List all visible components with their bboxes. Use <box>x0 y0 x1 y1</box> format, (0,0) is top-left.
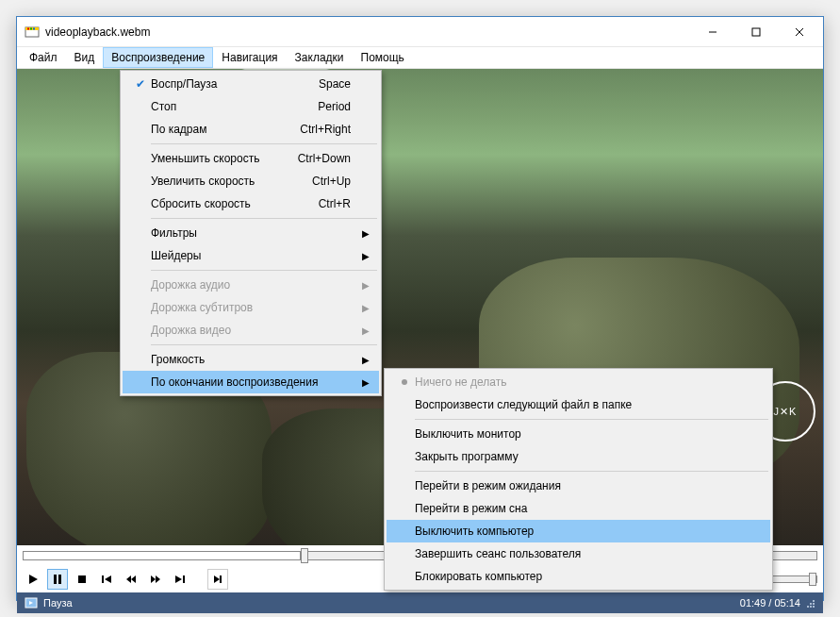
svg-marker-19 <box>175 575 182 583</box>
menu-item-filters[interactable]: Фильтры▶ <box>123 222 379 244</box>
svg-rect-12 <box>78 575 86 583</box>
maximize-button[interactable] <box>734 17 778 46</box>
menu-separator <box>151 270 377 271</box>
menu-item-play-pause[interactable]: ✔Воспр/ПаузаSpace <box>123 73 379 95</box>
playback-dropdown: ✔Воспр/ПаузаSpace СтопPeriod По кадрамCt… <box>120 70 382 396</box>
svg-marker-21 <box>214 575 220 583</box>
frame-step-button[interactable] <box>207 569 228 590</box>
menu-item-monitor-off[interactable]: Выключить монитор <box>387 423 770 445</box>
volume-thumb[interactable] <box>809 573 816 586</box>
check-icon: ✔ <box>130 77 151 91</box>
svg-rect-6 <box>752 28 760 36</box>
menu-bookmarks[interactable]: Закладки <box>287 47 353 68</box>
menu-playback[interactable]: Воспроизведение <box>103 47 213 68</box>
svg-rect-3 <box>30 27 32 29</box>
svg-marker-18 <box>156 575 160 583</box>
seek-thumb[interactable] <box>301 548 308 563</box>
svg-point-28 <box>813 603 815 605</box>
play-button[interactable] <box>23 569 43 590</box>
menu-item-audio-track: Дорожка аудио▶ <box>123 274 379 296</box>
radio-icon <box>394 379 415 385</box>
svg-point-31 <box>813 606 815 608</box>
svg-marker-9 <box>29 575 38 584</box>
minimize-button[interactable] <box>691 17 734 46</box>
pause-button[interactable] <box>47 569 68 590</box>
svg-point-29 <box>807 606 809 608</box>
menu-item-shaders[interactable]: Шейдеры▶ <box>123 244 379 267</box>
chevron-right-icon: ▶ <box>362 280 370 291</box>
menu-view[interactable]: Вид <box>66 47 104 68</box>
menu-item-after-playback[interactable]: По окончании воспроизведения▶ <box>123 371 379 393</box>
status-time: 01:49 / 05:14 <box>740 597 800 609</box>
menu-item-framestep[interactable]: По кадрамCtrl+Right <box>123 118 379 141</box>
menu-item-exit[interactable]: Закрыть программу <box>387 445 770 468</box>
menu-item-volume[interactable]: Громкость▶ <box>123 348 379 371</box>
next-track-button[interactable] <box>170 569 190 590</box>
window-controls <box>691 17 821 46</box>
status-icon <box>25 596 38 609</box>
status-state: Пауза <box>43 597 73 609</box>
menu-item-lock[interactable]: Блокировать компьютер <box>387 565 770 588</box>
menu-bar: Файл Вид Воспроизведение Навигация Закла… <box>17 47 823 69</box>
menu-separator <box>151 143 377 144</box>
window-title: videoplayback.webm <box>45 25 150 39</box>
svg-marker-16 <box>131 575 136 583</box>
svg-rect-11 <box>58 575 61 584</box>
menu-item-play-next[interactable]: Воспроизвести следующий файл в папке <box>387 393 770 416</box>
svg-rect-20 <box>183 575 185 583</box>
chevron-right-icon: ▶ <box>362 377 370 388</box>
menu-item-video-track: Дорожка видео▶ <box>123 319 379 342</box>
chevron-right-icon: ▶ <box>362 228 370 239</box>
menu-item-standby[interactable]: Перейти в режим ожидания <box>387 475 770 497</box>
app-window: videoplayback.webm Файл Вид Воспроизведе… <box>16 16 824 601</box>
menu-separator <box>415 471 768 472</box>
menu-item-speed-reset[interactable]: Сбросить скоростьCtrl+R <box>123 192 379 215</box>
menu-item-shutdown[interactable]: Выключить компьютер <box>387 520 770 542</box>
svg-point-30 <box>810 606 812 608</box>
svg-rect-13 <box>102 575 104 583</box>
after-playback-submenu: Ничего не делать Воспроизвести следующий… <box>384 368 773 591</box>
menu-item-do-nothing[interactable]: Ничего не делать <box>387 371 770 393</box>
app-icon <box>25 25 40 40</box>
menu-item-speed-down[interactable]: Уменьшить скоростьCtrl+Down <box>123 147 379 170</box>
status-bar: Пауза 01:49 / 05:14 <box>17 592 823 613</box>
stop-button[interactable] <box>72 569 92 590</box>
menu-separator <box>151 218 377 219</box>
rewind-button[interactable] <box>121 569 141 590</box>
chevron-right-icon: ▶ <box>362 355 370 365</box>
svg-marker-14 <box>105 575 111 583</box>
svg-rect-2 <box>27 27 29 29</box>
menu-separator <box>151 344 377 345</box>
svg-rect-10 <box>54 575 57 584</box>
menu-item-subtitle-track: Дорожка субтитров▶ <box>123 296 379 319</box>
svg-marker-15 <box>126 575 131 583</box>
menu-item-logoff[interactable]: Завершить сеанс пользователя <box>387 542 770 565</box>
menu-item-stop[interactable]: СтопPeriod <box>123 95 379 118</box>
chevron-right-icon: ▶ <box>362 251 370 261</box>
forward-button[interactable] <box>145 569 166 590</box>
menu-navigation[interactable]: Навигация <box>213 47 286 68</box>
resize-grip-icon[interactable] <box>804 597 815 609</box>
svg-point-26 <box>813 600 815 602</box>
title-bar: videoplayback.webm <box>17 17 823 47</box>
svg-point-27 <box>810 603 812 605</box>
chevron-right-icon: ▶ <box>362 303 370 313</box>
svg-marker-17 <box>151 575 156 583</box>
close-button[interactable] <box>778 17 821 46</box>
menu-file[interactable]: Файл <box>21 47 66 68</box>
chevron-right-icon: ▶ <box>362 325 370 336</box>
menu-help[interactable]: Помощь <box>353 47 413 68</box>
prev-track-button[interactable] <box>96 569 117 590</box>
svg-rect-4 <box>33 27 35 29</box>
svg-rect-22 <box>220 575 222 583</box>
menu-item-sleep[interactable]: Перейти в режим сна <box>387 497 770 520</box>
menu-item-speed-up[interactable]: Увеличить скоростьCtrl+Up <box>123 170 379 192</box>
menu-separator <box>415 419 768 420</box>
